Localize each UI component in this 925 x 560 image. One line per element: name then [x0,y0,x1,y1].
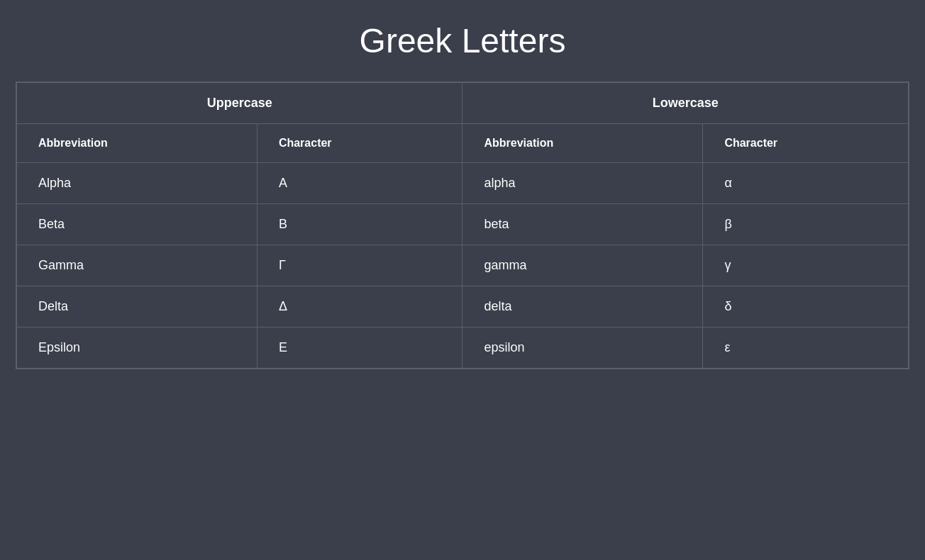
group-header-row: Uppercase Lowercase [17,83,909,124]
col-header-row: Abbreviation Character Abbreviation Char… [17,124,909,163]
table-row: DeltaΔdeltaδ [17,286,909,327]
page-title: Greek Letters [360,21,566,60]
col-header-upper-char: Character [257,124,462,163]
lower-char-cell: β [703,204,909,245]
lower-char-cell: γ [703,245,909,286]
upper-abbr-cell: Alpha [17,163,257,204]
upper-char-cell: Α [257,163,462,204]
upper-abbr-cell: Beta [17,204,257,245]
upper-abbr-cell: Gamma [17,245,257,286]
lower-abbr-cell: delta [462,286,703,327]
upper-char-cell: Δ [257,286,462,327]
table-row: BetaΒbetaβ [17,204,909,245]
lower-char-cell: ε [703,327,909,369]
upper-char-cell: Β [257,204,462,245]
lower-abbr-cell: gamma [462,245,703,286]
greek-letters-table: Uppercase Lowercase Abbreviation Charact… [16,82,909,369]
table-row: GammaΓgammaγ [17,245,909,286]
lower-abbr-cell: alpha [462,163,703,204]
lower-abbr-cell: epsilon [462,327,703,369]
uppercase-group-header: Uppercase [17,83,462,124]
table-row: EpsilonΕepsilonε [17,327,909,369]
upper-abbr-cell: Delta [17,286,257,327]
upper-char-cell: Ε [257,327,462,369]
table-body: AlphaΑalphaαBetaΒbetaβGammaΓgammaγDeltaΔ… [17,163,909,369]
greek-letters-table-wrapper: Uppercase Lowercase Abbreviation Charact… [16,82,909,369]
col-header-lower-abbr: Abbreviation [462,124,703,163]
col-header-lower-char: Character [703,124,909,163]
lower-char-cell: δ [703,286,909,327]
lower-abbr-cell: beta [462,204,703,245]
upper-char-cell: Γ [257,245,462,286]
table-row: AlphaΑalphaα [17,163,909,204]
upper-abbr-cell: Epsilon [17,327,257,369]
lower-char-cell: α [703,163,909,204]
col-header-upper-abbr: Abbreviation [17,124,257,163]
lowercase-group-header: Lowercase [462,83,909,124]
